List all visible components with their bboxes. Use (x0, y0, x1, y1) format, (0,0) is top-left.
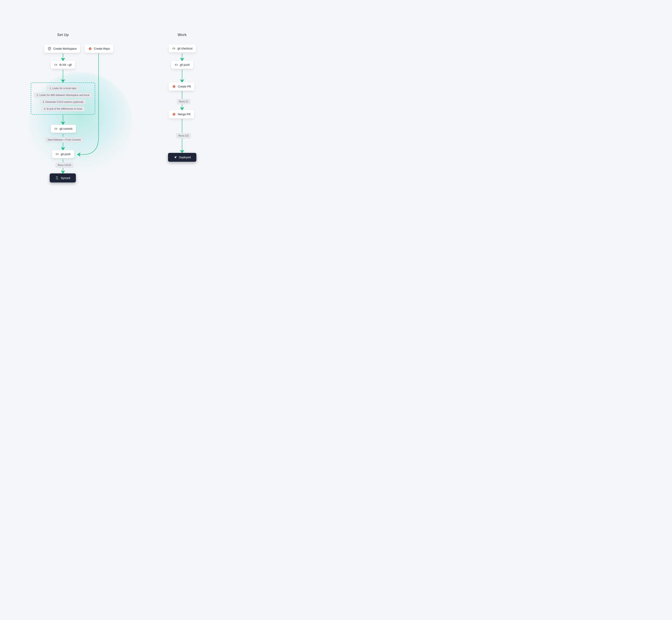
create-workspace-label: Create Workspace (53, 47, 76, 50)
diagram-canvas: Set Up Work Create Workspace Create Repo… (0, 0, 224, 207)
work-git-push-label: git push (180, 63, 190, 66)
code-icon (56, 153, 59, 156)
init-step-2: 2. Looks for diffs between Workspace and… (34, 93, 92, 98)
create-pr-label: Create PR (178, 85, 191, 88)
create-repo-label: Create Repo (94, 47, 110, 50)
runs-cd-pill: Runs CD (176, 133, 191, 139)
rocket-icon (174, 156, 177, 159)
create-workspace-node: Create Workspace (44, 45, 80, 53)
synced-label: Synced (61, 176, 70, 179)
code-icon (175, 63, 178, 66)
runs-cicd-pill: Runs CI/CD (56, 162, 73, 168)
tb-init-label: tb init --git (59, 63, 71, 66)
setup-git-push-node: git push (52, 150, 74, 158)
deployed-label: Deployed (179, 156, 191, 159)
git-icon (172, 112, 176, 116)
git-checkout-label: git checkout (177, 47, 193, 50)
work-heading: Work (174, 33, 190, 37)
git-checkout-node: git checkout (169, 45, 196, 52)
code-icon (172, 47, 175, 50)
init-steps-group: 1. Looks for a local repo 2. Looks for d… (31, 83, 95, 115)
init-step-3: 3. Generate CI/CD actions (optional) (40, 99, 86, 105)
release-note-pill: New Release = From Commit (46, 137, 83, 143)
create-repo-node: Create Repo (85, 45, 113, 53)
init-step-4: 4. tb pull of the differences to local (41, 106, 85, 111)
deployed-node: Deployed (168, 153, 196, 162)
synced-node: Synced (50, 173, 76, 183)
tb-init-node: tb init --git (51, 61, 75, 69)
runs-ci-pill: Runs CI (177, 99, 190, 104)
git-icon (172, 85, 176, 88)
create-pr-node: Create PR (169, 82, 195, 91)
work-git-push-node: git push (171, 61, 193, 69)
merge-pr-node: Merge PR (169, 110, 194, 118)
merge-pr-label: Merge PR (178, 113, 191, 116)
git-commit-label: git commit (60, 127, 72, 131)
code-icon (54, 127, 58, 131)
code-icon (54, 63, 57, 66)
setup-heading: Set Up (52, 33, 73, 37)
git-icon (88, 47, 92, 51)
shield-check-icon (48, 47, 51, 51)
init-step-1: 1. Looks for a local repo (47, 86, 79, 91)
sync-icon (55, 176, 59, 179)
git-commit-node: git commit (51, 125, 76, 133)
setup-git-push-label: git push (61, 153, 70, 156)
